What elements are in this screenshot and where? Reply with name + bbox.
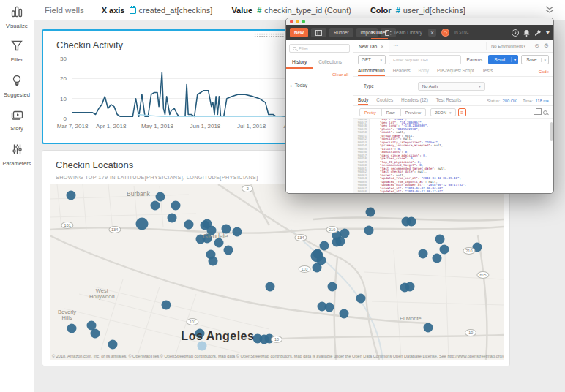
- map-data-point[interactable]: [327, 282, 337, 291]
- map-data-point[interactable]: [91, 329, 100, 339]
- value-field[interactable]: checkin_type_id (Count): [264, 6, 351, 15]
- filter-placeholder: Filter: [299, 46, 308, 50]
- tab-collections[interactable]: Collections: [313, 57, 348, 69]
- scrollbar-thumb[interactable]: [550, 122, 553, 141]
- request-url-input[interactable]: Enter request URL: [389, 55, 461, 64]
- sidebar-filter-input[interactable]: Filter: [289, 44, 350, 53]
- environment-preview-icon[interactable]: ⊙: [534, 43, 539, 49]
- zoom-window-icon[interactable]: [302, 20, 305, 23]
- response-line: 96868"updated_at": "2018-04-12 08:17:52"…: [353, 190, 553, 193]
- sidebar-item-story[interactable]: Story: [0, 103, 34, 137]
- map-data-point[interactable]: [156, 192, 165, 202]
- wrench-icon[interactable]: [534, 26, 542, 39]
- map-data-point[interactable]: [365, 207, 375, 216]
- map-data-point[interactable]: [406, 217, 416, 227]
- map-data-point[interactable]: [405, 282, 414, 291]
- map-data-point[interactable]: [320, 241, 329, 251]
- map-data-point[interactable]: [339, 309, 348, 319]
- sidebar-item-visualize[interactable]: Visualize: [0, 0, 34, 34]
- search-response-icon[interactable]: [543, 110, 547, 115]
- response-tab-headers-12-[interactable]: Headers (12): [401, 96, 428, 105]
- map-data-point[interactable]: [433, 254, 442, 263]
- runner-button[interactable]: Runner: [329, 28, 353, 37]
- bell-icon[interactable]: [523, 26, 530, 39]
- x-axis-field[interactable]: created_at[checkins]: [139, 6, 213, 15]
- tab-team-library[interactable]: Team Library: [393, 26, 423, 39]
- params-button[interactable]: Params: [464, 57, 486, 62]
- environment-select[interactable]: No Environment ▾: [486, 42, 530, 50]
- save-options-icon[interactable]: ▾: [541, 58, 548, 62]
- map-data-point[interactable]: [418, 249, 427, 259]
- highway-shield-icon: 2: [242, 185, 253, 192]
- save-button[interactable]: Save ▾: [521, 55, 549, 64]
- map-data-point[interactable]: [162, 301, 171, 310]
- response-tab-body[interactable]: Body: [358, 96, 368, 105]
- format-select[interactable]: JSON▾: [430, 108, 456, 116]
- sidebar-item-suggested[interactable]: Suggested: [0, 69, 34, 103]
- sidebar-item-parameters[interactable]: Parameters: [0, 137, 34, 172]
- drag-handle-icon[interactable]: [254, 33, 286, 38]
- postman-window[interactable]: New Runner Import Builder Team Library ✕…: [285, 18, 554, 194]
- collapse-chevron-icon[interactable]: [545, 5, 555, 15]
- auth-type-select[interactable]: No Auth▾: [418, 82, 485, 91]
- wrap-lines-icon[interactable]: ≡: [458, 108, 466, 116]
- response-tab-cookies[interactable]: Cookies: [376, 96, 393, 105]
- map-data-point[interactable]: [67, 191, 76, 200]
- request-tab-tests[interactable]: Tests: [482, 67, 493, 76]
- map-data-point[interactable]: [209, 257, 218, 266]
- map-data-point[interactable]: [67, 324, 76, 333]
- map-data-point[interactable]: [150, 201, 160, 211]
- map-data-point[interactable]: [440, 245, 449, 255]
- bolt-icon[interactable]: [512, 26, 519, 39]
- map-data-point[interactable]: [171, 201, 181, 211]
- response-body[interactable]: 96846"zip": "91042",96847"geo_lat": "34.…: [353, 118, 553, 193]
- response-tab-test-results[interactable]: Test Results: [436, 96, 461, 105]
- map-data-point[interactable]: [233, 227, 242, 237]
- map-data-point[interactable]: [364, 226, 373, 235]
- avatar[interactable]: ◠: [441, 29, 449, 37]
- map-data-point[interactable]: [108, 340, 117, 350]
- color-field[interactable]: user_id[checkins]: [403, 6, 465, 15]
- map-data-point[interactable]: [135, 218, 148, 230]
- send-options-icon[interactable]: ▾: [511, 57, 518, 62]
- map-data-point[interactable]: [184, 219, 194, 229]
- map-data-point[interactable]: [435, 235, 445, 244]
- send-button[interactable]: Send ▾: [488, 55, 518, 64]
- heart-icon[interactable]: ♥: [546, 29, 550, 36]
- tab-history[interactable]: History: [286, 57, 313, 69]
- request-tab[interactable]: New Tab ×: [353, 40, 389, 52]
- copy-icon[interactable]: [534, 110, 538, 115]
- code-link[interactable]: Code: [539, 69, 549, 74]
- request-tab-authorization[interactable]: Authorization: [358, 67, 385, 76]
- request-tab-body[interactable]: Body: [419, 67, 429, 76]
- history-group-today[interactable]: ▸Today: [286, 80, 353, 91]
- settings-gear-icon[interactable]: ⚙: [544, 43, 549, 49]
- view-mode-raw[interactable]: Raw: [381, 108, 400, 116]
- map-data-point[interactable]: [168, 214, 177, 223]
- request-tab-headers[interactable]: Headers: [393, 67, 411, 76]
- method-select[interactable]: GET▾: [358, 55, 386, 64]
- map-data-point[interactable]: [424, 323, 433, 333]
- request-tab-pre-request-script[interactable]: Pre-request Script: [437, 67, 474, 76]
- layout-toggle-icon[interactable]: [311, 28, 326, 37]
- points-on-map[interactable]: BurbankGlendaleWest HollywoodBeverly Hil…: [50, 184, 504, 360]
- sync-icon[interactable]: ✕: [428, 29, 436, 37]
- sidebar-item-label: Visualize: [6, 23, 28, 29]
- close-window-icon[interactable]: [290, 20, 293, 23]
- new-button[interactable]: New: [290, 28, 308, 37]
- map-data-point[interactable]: [356, 294, 366, 304]
- more-tabs-icon[interactable]: ⋯: [389, 43, 402, 49]
- view-mode-pretty[interactable]: Pretty: [359, 108, 381, 116]
- minimize-window-icon[interactable]: [296, 20, 299, 23]
- map-data-point[interactable]: [312, 263, 321, 273]
- map-data-point[interactable]: [324, 303, 334, 312]
- tab-builder[interactable]: Builder: [371, 26, 388, 39]
- sidebar-item-filter[interactable]: Filter: [0, 34, 34, 69]
- map-data-point[interactable]: [336, 237, 345, 246]
- y-tick-label: 20: [49, 75, 67, 82]
- map-data-point[interactable]: [266, 282, 275, 291]
- map-data-point[interactable]: [224, 246, 233, 255]
- close-tab-icon[interactable]: ×: [381, 44, 383, 49]
- view-mode-preview[interactable]: Preview: [400, 108, 426, 116]
- clear-all-link[interactable]: Clear all: [286, 69, 353, 80]
